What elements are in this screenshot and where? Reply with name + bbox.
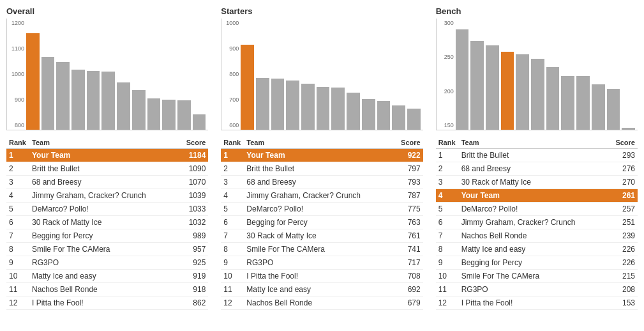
bar-0-9	[162, 100, 176, 130]
table-row: 12I Pitta the Fool!862	[6, 296, 208, 310]
bar-fill-0-5	[101, 72, 115, 130]
panel-bench: Bench300250200150RankTeamScore1Britt the…	[436, 6, 638, 310]
bar-fill-2-6	[546, 67, 560, 130]
table-row: 630 Rack of Matty Ice1032	[6, 216, 208, 229]
table-row: 5DeMarco? Pollo!1033	[6, 203, 208, 216]
bar-2-1	[470, 41, 484, 130]
table-row: 7Nachos Bell Ronde239	[436, 229, 638, 243]
chart-1: 1000900800700600	[221, 19, 423, 130]
bar-0-6	[117, 82, 130, 130]
bar-2-2	[486, 45, 499, 130]
chart-0: 120011001000900800	[6, 19, 208, 130]
bar-fill-2-11	[622, 128, 635, 130]
table-row: 368 and Breesy793	[221, 176, 423, 189]
table-row: 268 and Breesy276	[436, 162, 638, 176]
bar-1-7	[347, 93, 360, 130]
bar-0-1	[41, 57, 55, 130]
bar-fill-1-1	[256, 78, 269, 130]
table-row: 7Begging for Percy989	[6, 229, 208, 243]
bar-1-1	[256, 78, 269, 130]
table-row: 1Britt the Bullet293	[436, 149, 638, 162]
panel-title-0: Overall	[6, 6, 208, 16]
table-row: 8Matty Ice and easy226	[436, 243, 638, 256]
table-row: 9RG3PO925	[6, 256, 208, 270]
table-row: 10I Pitta the Fool!708	[221, 270, 423, 283]
bar-fill-2-1	[470, 41, 484, 130]
bar-1-0	[241, 45, 254, 130]
table-row: 4Your Team261	[436, 189, 638, 203]
panel-overall: Overall120011001000900800RankTeamScore1Y…	[6, 6, 208, 310]
bar-fill-0-7	[132, 90, 146, 130]
bar-fill-2-3	[501, 52, 514, 130]
bar-0-2	[56, 62, 70, 130]
bar-fill-0-2	[56, 62, 70, 130]
bar-2-3	[501, 52, 514, 130]
table-row: 8Smile For The CAMera741	[221, 243, 423, 256]
bar-0-10	[177, 100, 191, 130]
bar-0-3	[71, 70, 85, 130]
bar-fill-2-2	[486, 45, 499, 130]
table-row: 11Nachos Bell Ronde918	[6, 283, 208, 296]
panel-title-1: Starters	[221, 6, 423, 16]
chart-2: 300250200150	[436, 19, 638, 130]
bar-fill-0-3	[71, 70, 85, 130]
bar-0-11	[193, 114, 206, 130]
table-row: 368 and Breesy1070	[6, 176, 208, 189]
y-axis-0: 120011001000900800	[7, 19, 26, 130]
bar-fill-0-8	[147, 98, 161, 130]
bar-2-10	[607, 89, 620, 130]
table-row: 2Britt the Bullet1090	[6, 162, 208, 176]
bar-fill-1-6	[331, 88, 345, 130]
bar-1-2	[271, 79, 285, 130]
bar-fill-1-8	[362, 99, 375, 130]
bar-fill-2-8	[576, 76, 590, 130]
bar-fill-2-0	[456, 29, 469, 130]
table-row: 11RG3PO208	[436, 283, 638, 296]
bar-1-5	[317, 87, 330, 130]
bar-0-0	[26, 33, 40, 130]
table-row: 5DeMarco? Pollo!775	[221, 203, 423, 216]
bar-2-11	[622, 128, 635, 130]
bar-fill-0-11	[193, 114, 206, 130]
bar-1-8	[362, 99, 375, 130]
table-row: 1Your Team922	[221, 149, 423, 162]
bar-fill-2-4	[516, 54, 529, 130]
bar-fill-2-9	[592, 84, 605, 130]
bar-fill-2-7	[561, 76, 574, 130]
panel-starters: Starters1000900800700600RankTeamScore1Yo…	[221, 6, 423, 310]
bar-fill-0-10	[177, 100, 191, 130]
bar-fill-0-6	[117, 82, 130, 130]
bar-1-6	[331, 88, 345, 130]
table-row: 10Matty Ice and easy919	[6, 270, 208, 283]
bar-fill-1-11	[407, 109, 421, 130]
bar-1-11	[407, 109, 421, 130]
bar-0-7	[132, 90, 146, 130]
table-row: 1Your Team1184	[6, 149, 208, 162]
table-row: 12Nachos Bell Ronde679	[221, 296, 423, 310]
table-row: 8Smile For The CAMera957	[6, 243, 208, 256]
table-row: 11Matty Ice and easy692	[221, 283, 423, 296]
bar-0-4	[87, 71, 100, 130]
bar-fill-0-1	[41, 57, 55, 130]
table-row: 4Jimmy Graham, Cracker? Crunch1039	[6, 189, 208, 203]
bar-fill-1-9	[377, 101, 391, 130]
y-axis-1: 1000900800700600	[221, 19, 241, 130]
bar-2-0	[456, 29, 469, 130]
bar-fill-1-3	[286, 81, 299, 130]
bar-fill-1-10	[392, 105, 405, 130]
bar-fill-0-4	[87, 71, 100, 130]
table-row: 4Jimmy Graham, Cracker? Crunch787	[221, 189, 423, 203]
panels-container: Overall120011001000900800RankTeamScore1Y…	[6, 6, 638, 310]
bar-fill-0-0	[26, 33, 40, 130]
bar-2-8	[576, 76, 590, 130]
table-row: 9RG3PO717	[221, 256, 423, 270]
bar-1-10	[392, 105, 405, 130]
table-row: 330 Rack of Matty Ice270	[436, 176, 638, 189]
bar-0-8	[147, 98, 161, 130]
bar-1-9	[377, 101, 391, 130]
table-0: RankTeamScore1Your Team11842Britt the Bu…	[6, 137, 208, 310]
table-2: RankTeamScore1Britt the Bullet293268 and…	[436, 137, 638, 310]
table-row: 2Britt the Bullet797	[221, 162, 423, 176]
bar-fill-1-0	[241, 45, 254, 130]
bar-1-3	[286, 81, 299, 130]
